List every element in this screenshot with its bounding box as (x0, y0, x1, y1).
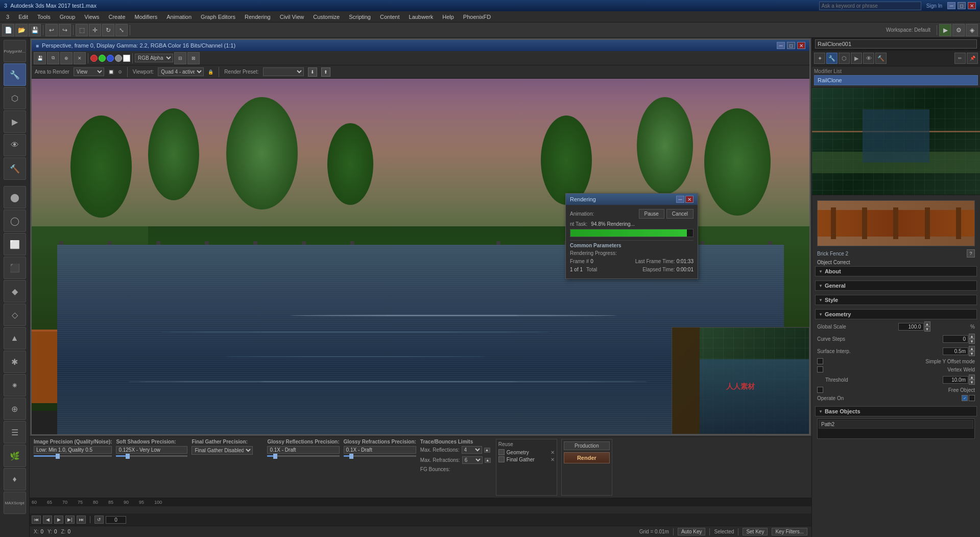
sidebar-btn-9[interactable]: ⁕ (4, 374, 26, 396)
tab-hierarchy[interactable]: ⬡ (839, 53, 850, 64)
tl-prev-btn[interactable]: ◀ (43, 516, 52, 524)
tab-create[interactable]: ✦ (814, 53, 825, 64)
open-button[interactable]: 📂 (15, 24, 28, 36)
tab-motion[interactable]: ▶ (851, 53, 862, 64)
glossy-refractions-slider[interactable] (344, 455, 416, 457)
slider-thumb-4[interactable] (349, 454, 353, 459)
base-obj-path2[interactable]: Path2 (819, 420, 973, 429)
scale-button[interactable]: ⤡ (115, 24, 128, 36)
railclone-modifier[interactable]: RailClone (814, 75, 978, 85)
redo-button[interactable]: ↪ (59, 24, 71, 36)
production-button[interactable]: Production (564, 441, 610, 450)
menu-content[interactable]: Content (376, 13, 404, 21)
sidebar-motion[interactable]: ▶ (4, 110, 26, 133)
global-scale-input[interactable] (898, 323, 924, 331)
scene-viewport-right[interactable] (812, 88, 980, 195)
select-button[interactable]: ⬚ (76, 24, 88, 36)
sidebar-hierarchy[interactable]: ⬡ (4, 87, 26, 109)
material-editor-button[interactable]: ◈ (966, 24, 978, 36)
final-gather-checkbox[interactable] (498, 456, 505, 462)
tab-edit-btn[interactable]: ✏ (954, 53, 966, 64)
menu-rendering[interactable]: Rendering (241, 13, 275, 21)
channel-g[interactable] (99, 55, 106, 62)
sidebar-btn-8[interactable]: ✱ (4, 351, 26, 373)
max-refr-up[interactable]: ▲ (485, 458, 491, 463)
new-button[interactable]: 📄 (2, 24, 14, 36)
max-refr-select[interactable]: 6 (462, 456, 483, 464)
max-ref-up[interactable]: ▲ (484, 448, 490, 453)
final-gather-close[interactable]: ✕ (551, 457, 555, 462)
move-button[interactable]: ✛ (89, 24, 101, 36)
channel-b[interactable] (107, 55, 114, 62)
menu-tools[interactable]: Tools (33, 13, 55, 21)
key-filters-button[interactable]: Key Filters... (772, 528, 807, 535)
sidebar-btn-1[interactable]: ⬤ (4, 186, 26, 208)
sidebar-maxscript[interactable]: MAXScript (4, 492, 26, 514)
menu-customize[interactable]: Customize (309, 13, 344, 21)
search-input[interactable] (819, 2, 921, 10)
render-close-btn[interactable]: ✕ (74, 52, 86, 64)
general-header[interactable]: ▼ General (815, 281, 977, 291)
menu-modifiers[interactable]: Modifiers (131, 13, 162, 21)
menu-help[interactable]: Help (438, 13, 458, 21)
render-window-maximize[interactable]: □ (787, 42, 795, 49)
threshold-up[interactable]: ▲ (969, 375, 975, 380)
sidebar-utilities[interactable]: 🔨 (4, 157, 26, 180)
sidebar-btn-13[interactable]: ♦ (4, 468, 26, 491)
menu-3[interactable]: 3 (2, 13, 13, 21)
timeline-track[interactable] (30, 506, 811, 513)
base-objects-header[interactable]: ▼ Base Objects (815, 406, 977, 416)
render-window-close[interactable]: ✕ (797, 42, 805, 49)
glossy-reflections-slider[interactable] (267, 455, 339, 457)
vertex-weld-checkbox[interactable] (817, 366, 823, 372)
geometry-close[interactable]: ✕ (551, 450, 555, 455)
curve-steps-up[interactable]: ▲ (969, 334, 975, 339)
sidebar-btn-3[interactable]: ⬜ (4, 233, 26, 255)
about-header[interactable]: ▼ About (815, 266, 977, 276)
image-precision-slider[interactable] (34, 455, 112, 457)
slider-thumb-2[interactable] (126, 454, 130, 459)
threshold-input[interactable] (943, 376, 968, 384)
menu-edit[interactable]: Edit (14, 13, 32, 21)
operate-check-1[interactable] (962, 395, 968, 401)
tab-utilities[interactable]: 🔨 (875, 53, 887, 64)
menu-civil-view[interactable]: Civil View (276, 13, 308, 21)
set-key-button[interactable]: Set Key (743, 528, 768, 535)
operate-check-2[interactable] (969, 395, 975, 401)
tl-play-btn[interactable]: ▶ (54, 516, 63, 524)
max-ref-select[interactable]: 4 (462, 446, 482, 454)
channel-a[interactable] (115, 55, 122, 62)
dialog-close[interactable]: ✕ (685, 196, 694, 203)
render-clear-btn[interactable]: ⊠ (187, 52, 200, 64)
style-section-header[interactable]: ▼ Style (815, 295, 977, 305)
curve-steps-down[interactable]: ▼ (969, 339, 975, 344)
render-copy-btn[interactable]: ⧉ (47, 52, 59, 64)
global-scale-down[interactable]: ▼ (924, 326, 930, 332)
rotate-button[interactable]: ↻ (102, 24, 114, 36)
tab-pin-btn[interactable]: 📌 (967, 53, 978, 64)
surface-interp-down[interactable]: ▼ (969, 351, 975, 356)
render-button[interactable]: Render (564, 452, 610, 463)
sidebar-modify[interactable]: 🔧 (4, 63, 26, 86)
sidebar-btn-4[interactable]: ⬛ (4, 256, 26, 279)
menu-graph-editors[interactable]: Graph Editors (197, 13, 240, 21)
sign-in-link[interactable]: Sign In (926, 3, 942, 9)
menu-views[interactable]: Views (80, 13, 103, 21)
surface-interp-up[interactable]: ▲ (969, 346, 975, 351)
geometry-checkbox[interactable] (498, 449, 505, 455)
render-clone-btn[interactable]: ⊕ (60, 52, 73, 64)
menu-scripting[interactable]: Scripting (345, 13, 375, 21)
sidebar-btn-11[interactable]: ☰ (4, 421, 26, 443)
tab-modify[interactable]: 🔧 (826, 53, 838, 64)
render-display-btn[interactable]: ⊟ (174, 52, 186, 64)
free-object-checkbox[interactable] (817, 387, 823, 393)
preset-select[interactable] (263, 67, 304, 76)
channel-r[interactable] (90, 55, 98, 62)
sidebar-create[interactable]: Polygon M... (4, 40, 26, 62)
sidebar-btn-2[interactable]: ◯ (4, 209, 26, 232)
object-name-input[interactable] (815, 39, 977, 49)
tab-display[interactable]: 👁 (863, 53, 874, 64)
final-gather-select[interactable]: Final Gather Disabled (192, 446, 253, 455)
sidebar-btn-10[interactable]: ⊕ (4, 398, 26, 420)
style-help-btn[interactable]: ? (967, 249, 975, 258)
